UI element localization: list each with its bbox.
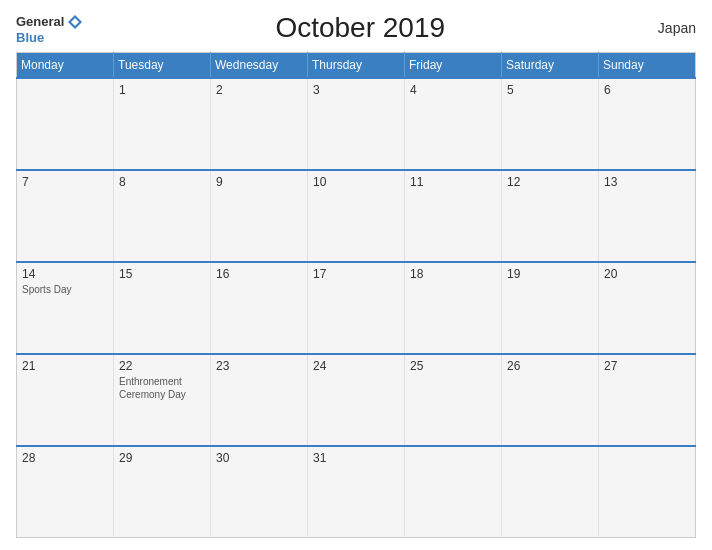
week-row-2: 78910111213 — [17, 170, 696, 262]
calendar-cell-w5-d4: 31 — [308, 446, 405, 538]
holiday-label: Enthronement Ceremony Day — [119, 375, 205, 401]
col-thursday: Thursday — [308, 53, 405, 79]
day-number: 11 — [410, 175, 496, 189]
day-number: 31 — [313, 451, 399, 465]
calendar-cell-w2-d2: 8 — [114, 170, 211, 262]
calendar-cell-w4-d2: 22Enthronement Ceremony Day — [114, 354, 211, 446]
calendar-cell-w3-d7: 20 — [599, 262, 696, 354]
col-sunday: Sunday — [599, 53, 696, 79]
calendar-title: October 2019 — [84, 12, 636, 44]
week-row-4: 2122Enthronement Ceremony Day2324252627 — [17, 354, 696, 446]
calendar-cell-w1-d3: 2 — [211, 78, 308, 170]
calendar-cell-w3-d1: 14Sports Day — [17, 262, 114, 354]
calendar-cell-w4-d3: 23 — [211, 354, 308, 446]
day-number: 26 — [507, 359, 593, 373]
calendar-table: Monday Tuesday Wednesday Thursday Friday… — [16, 52, 696, 538]
calendar-cell-w5-d7 — [599, 446, 696, 538]
calendar-cell-w3-d6: 19 — [502, 262, 599, 354]
day-number: 15 — [119, 267, 205, 281]
calendar-body: 1234567891011121314Sports Day15161718192… — [17, 78, 696, 538]
day-number: 23 — [216, 359, 302, 373]
day-number: 10 — [313, 175, 399, 189]
day-number: 28 — [22, 451, 108, 465]
calendar-cell-w2-d3: 9 — [211, 170, 308, 262]
calendar-cell-w1-d1 — [17, 78, 114, 170]
logo-general-text: General — [16, 15, 64, 28]
logo: General Blue — [16, 13, 84, 44]
days-of-week-row: Monday Tuesday Wednesday Thursday Friday… — [17, 53, 696, 79]
col-saturday: Saturday — [502, 53, 599, 79]
calendar-cell-w5-d1: 28 — [17, 446, 114, 538]
day-number: 3 — [313, 83, 399, 97]
calendar-cell-w1-d4: 3 — [308, 78, 405, 170]
calendar-cell-w4-d7: 27 — [599, 354, 696, 446]
calendar-cell-w5-d6 — [502, 446, 599, 538]
calendar-cell-w4-d5: 25 — [405, 354, 502, 446]
calendar-cell-w4-d4: 24 — [308, 354, 405, 446]
calendar-cell-w1-d2: 1 — [114, 78, 211, 170]
day-number: 29 — [119, 451, 205, 465]
day-number: 17 — [313, 267, 399, 281]
day-number: 5 — [507, 83, 593, 97]
calendar-cell-w4-d6: 26 — [502, 354, 599, 446]
day-number: 24 — [313, 359, 399, 373]
day-number: 4 — [410, 83, 496, 97]
col-friday: Friday — [405, 53, 502, 79]
day-number: 19 — [507, 267, 593, 281]
page: General Blue October 2019 Japan Monday T… — [0, 0, 712, 550]
day-number: 18 — [410, 267, 496, 281]
week-row-5: 28293031 — [17, 446, 696, 538]
col-wednesday: Wednesday — [211, 53, 308, 79]
day-number: 27 — [604, 359, 690, 373]
day-number: 20 — [604, 267, 690, 281]
calendar-cell-w2-d1: 7 — [17, 170, 114, 262]
header: General Blue October 2019 Japan — [16, 12, 696, 44]
calendar-cell-w3-d4: 17 — [308, 262, 405, 354]
logo-flag-icon — [66, 13, 84, 31]
day-number: 1 — [119, 83, 205, 97]
day-number: 6 — [604, 83, 690, 97]
day-number: 14 — [22, 267, 108, 281]
col-tuesday: Tuesday — [114, 53, 211, 79]
calendar-cell-w5-d3: 30 — [211, 446, 308, 538]
calendar-cell-w2-d7: 13 — [599, 170, 696, 262]
day-number: 13 — [604, 175, 690, 189]
calendar-cell-w5-d2: 29 — [114, 446, 211, 538]
day-number: 22 — [119, 359, 205, 373]
day-number: 16 — [216, 267, 302, 281]
day-number: 25 — [410, 359, 496, 373]
calendar-cell-w3-d3: 16 — [211, 262, 308, 354]
day-number: 12 — [507, 175, 593, 189]
day-number: 7 — [22, 175, 108, 189]
day-number: 30 — [216, 451, 302, 465]
calendar-cell-w1-d6: 5 — [502, 78, 599, 170]
calendar-cell-w5-d5 — [405, 446, 502, 538]
col-monday: Monday — [17, 53, 114, 79]
calendar-cell-w2-d6: 12 — [502, 170, 599, 262]
day-number: 8 — [119, 175, 205, 189]
day-number: 21 — [22, 359, 108, 373]
calendar-cell-w1-d5: 4 — [405, 78, 502, 170]
calendar-cell-w4-d1: 21 — [17, 354, 114, 446]
day-number: 9 — [216, 175, 302, 189]
calendar-cell-w1-d7: 6 — [599, 78, 696, 170]
holiday-label: Sports Day — [22, 283, 108, 296]
week-row-1: 123456 — [17, 78, 696, 170]
week-row-3: 14Sports Day151617181920 — [17, 262, 696, 354]
day-number: 2 — [216, 83, 302, 97]
calendar-cell-w3-d5: 18 — [405, 262, 502, 354]
calendar-cell-w3-d2: 15 — [114, 262, 211, 354]
calendar-cell-w2-d5: 11 — [405, 170, 502, 262]
country-label: Japan — [636, 20, 696, 36]
calendar-header: Monday Tuesday Wednesday Thursday Friday… — [17, 53, 696, 79]
logo-blue-text: Blue — [16, 31, 84, 44]
calendar-cell-w2-d4: 10 — [308, 170, 405, 262]
